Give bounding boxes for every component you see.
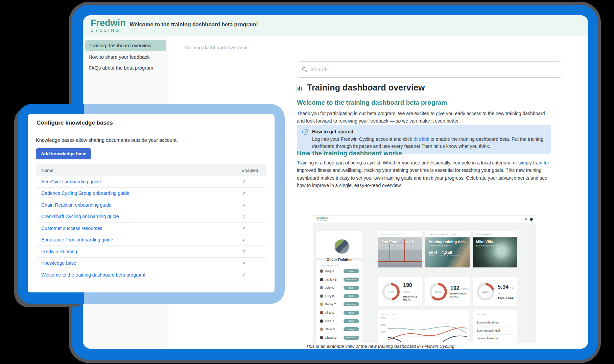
member-name: Alice S <box>325 311 344 314</box>
table-row: Chain Reaction onboarding guide✓ <box>36 199 266 211</box>
member-name: Penny T <box>325 303 344 306</box>
member-avatar <box>320 278 323 281</box>
sidebar-item[interactable]: Training dashboard overview <box>85 40 166 51</box>
community-member-row: Rick Hfollow <box>320 319 359 323</box>
goal-card: 47%190 / 400miDISTANCE GOAL <box>378 277 422 306</box>
modal-title: Configure knowledge bases <box>28 114 275 131</box>
how-paragraph: Training is a huge part of being a cycli… <box>297 159 551 189</box>
search-bar[interactable] <box>297 61 561 78</box>
member-avatar <box>320 311 323 314</box>
race-row: London Marathon→ <box>477 335 514 342</box>
race-name: London Marathon <box>477 337 499 340</box>
profile-card: Oliver Reicher 35.7k FOLLOWERS 236 FOLLO… <box>316 231 362 258</box>
sidebar-item[interactable]: FAQs about the beta program <box>83 62 169 73</box>
community-member-row: John Gfollow <box>320 286 359 290</box>
goal-percent: 22% <box>479 285 492 298</box>
goal-value: 190 / 400mi <box>403 282 422 294</box>
knowledge-base-link[interactable]: AeroCycle onboarding guide <box>36 179 236 184</box>
goal-label: DISTANCE GOAL <box>403 295 422 301</box>
add-knowledge-base-button[interactable]: Add knowledge base <box>36 148 91 159</box>
table-row: Cadence Cycling Group onboarding guide✓ <box>36 188 266 200</box>
dashboard-search-icon <box>525 218 528 220</box>
activity-y-tick: 1500 <box>381 324 385 326</box>
member-name: Stine D <box>325 328 344 331</box>
callout-heading: How to get started: <box>312 129 355 134</box>
sidebar-item[interactable]: How to share your feedback <box>83 52 169 62</box>
member-name: Ashley B <box>325 278 344 281</box>
upcoming-rides-card: UPCOMING RIDES Sunday training ride POIN… <box>425 231 470 267</box>
race-arrow-icon[interactable]: → <box>511 337 514 340</box>
this-link[interactable]: this link <box>414 136 429 142</box>
knowledge-base-link[interactable]: Welcome to the training dashboard beta p… <box>36 272 236 278</box>
profile-avatar <box>334 239 350 254</box>
goal-card: 64%192 / 300 ftELEVATION GOAL <box>425 277 470 306</box>
knowledge-base-link[interactable]: Endurance Pros onboarding guide <box>36 237 236 242</box>
follow-button[interactable]: follow back <box>344 278 359 282</box>
races-card: RACES Boston Marathon→Bournemouth Half→L… <box>473 310 517 343</box>
races-label: RACES <box>477 313 487 316</box>
fredwin-logo: Fredwin CYCLING <box>91 19 126 32</box>
page-title: Training dashboard overview <box>296 83 425 93</box>
community-member-row: Ashley Bfollow back <box>320 278 359 282</box>
follow-button[interactable]: follow <box>344 294 359 298</box>
knowledge-base-link[interactable]: Knowledge base <box>36 260 236 266</box>
community-member-row: Polly Jfollow <box>320 269 359 273</box>
welcome-heading: Welcome to the training dashboard beta p… <box>297 99 447 106</box>
member-avatar <box>320 319 323 323</box>
enabled-check-icon: ✓ <box>236 191 266 196</box>
location-photo: San Francisco, CA UNITED STATES <box>378 237 422 267</box>
search-input[interactable] <box>311 67 556 73</box>
community-member-row: Lucy Bfollow <box>320 294 359 298</box>
member-name: Lucy B <box>325 294 344 298</box>
goal-percent: 47% <box>384 285 397 298</box>
member-name: Rick H <box>325 319 344 323</box>
follow-button[interactable]: follow <box>344 269 359 273</box>
breadcrumb: Training dashboard overview <box>184 45 247 50</box>
member-name: Shaun D <box>325 336 344 339</box>
knowledge-base-link[interactable]: Customer success resources <box>36 226 236 231</box>
race-arrow-icon[interactable]: → <box>511 329 514 332</box>
race-arrow-icon[interactable]: → <box>511 321 514 324</box>
goal-label: ELEVATION GOAL <box>450 292 470 298</box>
follow-button[interactable]: follow <box>344 311 359 315</box>
enabled-column-header: Enabled <box>236 168 266 173</box>
enabled-check-icon: ✓ <box>236 237 266 242</box>
activity-line-chart <box>388 318 467 342</box>
follow-button[interactable]: follow <box>344 319 359 323</box>
logo-wordmark: Fredwin <box>91 19 126 28</box>
table-row: Knowledge base✓ <box>36 258 266 269</box>
knowledge-base-link[interactable]: Chain Reaction onboarding guide <box>36 202 236 208</box>
welcome-paragraph: Thank you for participating in our beta … <box>297 110 551 125</box>
activity-card: ACTIVITY 200015001000 <box>378 310 469 343</box>
enabled-check-icon: ✓ <box>236 272 266 277</box>
table-row: Welcome to the training dashboard beta p… <box>36 269 266 281</box>
follow-button[interactable]: follow <box>344 327 359 331</box>
race-name: Bournemouth Half <box>477 329 500 332</box>
table-row: Fredwin Running✓ <box>36 246 266 258</box>
knowledge-base-link[interactable]: Cadence Cycling Group onboarding guide <box>36 190 236 196</box>
activity-y-tick: 2000 <box>381 317 385 319</box>
member-avatar <box>320 269 323 273</box>
activity-label: ACTIVITY <box>381 313 396 316</box>
knowledge-base-link[interactable]: Crankshaft Cycling onboarding guide <box>36 214 236 219</box>
member-avatar <box>320 336 323 339</box>
knowledge-base-table: Name Enabled AeroCycle onboarding guide✓… <box>36 164 266 281</box>
race-name: Boston Marathon <box>477 321 499 324</box>
knowledge-base-link[interactable]: Fredwin Running <box>36 249 236 254</box>
goal-donut-chart: 22% <box>477 283 494 301</box>
community-card: COMMUNITY Polly JfollowAshley Bfollow ba… <box>316 261 362 343</box>
goal-donut-chart: 47% <box>382 283 400 301</box>
name-column-header: Name <box>36 168 236 173</box>
community-member-row: Shaun Dfollow back <box>320 336 359 340</box>
table-row: Endurance Pros onboarding guide✓ <box>36 234 266 246</box>
header-title: Welcome to the training dashboard beta p… <box>130 22 258 28</box>
modal-description: Knowledge bases allow sharing documents … <box>36 137 266 143</box>
enabled-check-icon: ✓ <box>236 261 266 266</box>
follow-button[interactable]: follow back <box>344 336 359 340</box>
search-icon <box>302 67 308 73</box>
dashboard-logo: Fredwin CYCLING <box>316 217 328 222</box>
follow-button[interactable]: follow <box>344 286 359 290</box>
info-icon: i <box>302 129 308 135</box>
member-avatar <box>320 286 323 289</box>
follow-button[interactable]: follow back <box>344 302 359 306</box>
